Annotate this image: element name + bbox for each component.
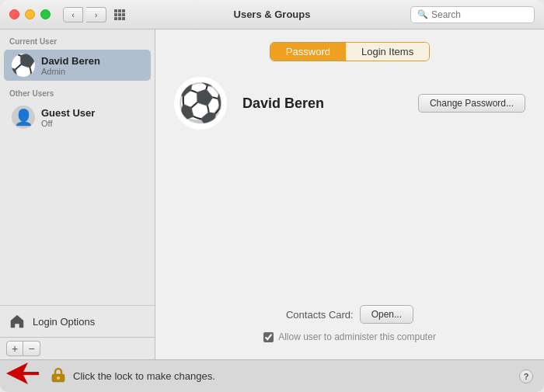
minimize-button[interactable] <box>25 9 35 19</box>
user-name-guest: Guest User <box>41 107 95 119</box>
title-bar: ‹ › Users & Groups 🔍 <box>0 0 544 29</box>
close-button[interactable] <box>9 9 19 19</box>
login-options-label: Login Options <box>33 316 95 328</box>
home-icon <box>8 312 26 331</box>
window-title: Users & Groups <box>234 9 311 20</box>
lock-icon-container <box>50 366 67 386</box>
nav-buttons: ‹ › <box>63 7 106 23</box>
help-button[interactable]: ? <box>519 369 533 383</box>
admin-checkbox-row: Allow user to administer this computer <box>174 331 525 342</box>
tab-password[interactable]: Password <box>270 43 346 61</box>
apps-grid-icon <box>114 9 125 20</box>
back-button[interactable]: ‹ <box>63 7 83 23</box>
status-bar: Click the lock to make changes. ? <box>0 359 544 392</box>
sidebar-item-guest[interactable]: 👤 Guest User Off <box>4 102 151 133</box>
sidebar: Current User ⚽ David Beren Admin Other U… <box>0 29 155 359</box>
search-box[interactable]: 🔍 <box>410 6 535 23</box>
profile-name: David Beren <box>242 95 418 112</box>
guest-avatar-icon: 👤 <box>14 108 33 127</box>
lock-icon <box>50 366 67 383</box>
sidebar-item-david[interactable]: ⚽ David Beren Admin <box>4 50 151 81</box>
user-role-guest: Off <box>41 119 95 128</box>
add-user-button[interactable]: + <box>6 341 23 356</box>
status-text: Click the lock to make changes. <box>73 370 215 382</box>
remove-user-button[interactable]: − <box>23 341 40 356</box>
change-password-button[interactable]: Change Password... <box>418 94 525 113</box>
forward-button[interactable]: › <box>86 7 106 23</box>
tab-login-items[interactable]: Login Items <box>346 43 429 61</box>
svg-point-2 <box>57 376 60 380</box>
login-options-item[interactable]: Login Options <box>0 305 155 337</box>
avatar-david: ⚽ <box>12 54 35 77</box>
contacts-card-label: Contacts Card: <box>286 309 354 321</box>
user-name-david: David Beren <box>41 55 100 67</box>
search-icon: 🔍 <box>417 9 428 19</box>
apps-grid-button[interactable] <box>110 7 130 23</box>
main-content: Current User ⚽ David Beren Admin Other U… <box>0 29 544 359</box>
open-contacts-button[interactable]: Open... <box>360 305 413 324</box>
admin-checkbox-label: Allow user to administer this computer <box>278 331 436 342</box>
other-users-label: Other Users <box>0 82 155 101</box>
sidebar-bottom-bar: + − <box>0 337 155 359</box>
right-panel: Password Login Items ⚽ David Beren Chang… <box>155 29 544 359</box>
admin-checkbox[interactable] <box>263 332 274 342</box>
user-info-david: David Beren Admin <box>41 55 100 76</box>
user-info-guest: Guest User Off <box>41 107 95 128</box>
avatar-guest: 👤 <box>12 106 35 129</box>
current-user-label: Current User <box>0 29 155 49</box>
svg-marker-0 <box>6 363 39 384</box>
soccer-ball-icon: ⚽ <box>12 54 35 77</box>
contacts-row: Contacts Card: Open... <box>174 305 525 324</box>
profile-soccer-ball-icon: ⚽ <box>177 82 224 125</box>
maximize-button[interactable] <box>40 9 51 19</box>
user-role-david: Admin <box>41 67 100 76</box>
user-profile-row: ⚽ David Beren Change Password... <box>174 77 525 130</box>
traffic-lights <box>9 9 51 19</box>
arrow-indicator <box>6 363 39 384</box>
profile-avatar-large: ⚽ <box>174 77 227 130</box>
tab-group: Password Login Items <box>270 42 430 61</box>
search-input[interactable] <box>431 9 528 20</box>
tabs-row: Password Login Items <box>174 42 525 61</box>
